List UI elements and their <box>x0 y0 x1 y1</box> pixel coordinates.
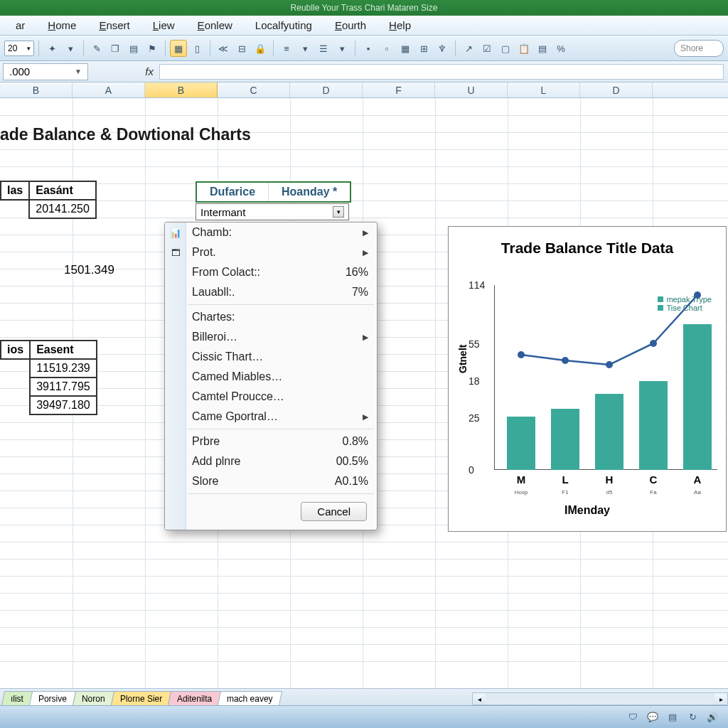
new-icon[interactable]: ✦ <box>43 40 60 57</box>
menu-eourth[interactable]: Eourth <box>323 19 378 31</box>
submenu-arrow-icon: ▶ <box>363 333 368 342</box>
menu-item-from-colact[interactable]: From Colact::16% <box>165 262 377 282</box>
col-header[interactable]: C <box>218 82 290 97</box>
tray-chat-icon[interactable]: 💬 <box>646 710 660 724</box>
search-input[interactable]: Shore <box>674 40 724 57</box>
dropdown-header-left: Dufarice <box>197 183 269 201</box>
cancel-button[interactable]: Cancel <box>301 502 367 521</box>
col-header[interactable]: U <box>435 82 508 97</box>
table-2: iosEasent 11519.239 39117.795 39497.180 <box>0 340 97 415</box>
table-cell[interactable]: 11519.239 <box>30 359 97 378</box>
chevron-down-icon[interactable]: ▼ <box>75 68 82 75</box>
horizontal-scrollbar[interactable]: ◂ ▸ <box>472 692 728 705</box>
align-left-icon[interactable]: ≡ <box>278 40 295 57</box>
grid-icon[interactable]: ▦ <box>397 40 414 57</box>
rect-icon[interactable]: ▪ <box>360 40 377 57</box>
inbox-icon[interactable]: ⊟ <box>233 40 250 57</box>
tray-shield-icon[interactable]: 🛡 <box>626 710 640 724</box>
sheet-tab[interactable]: Aditenilta <box>168 691 222 706</box>
toolbar-separator <box>210 41 210 56</box>
col-header[interactable]: A <box>73 82 145 97</box>
chart[interactable]: Trade Balance Title Data Gtnelt mepak Tr… <box>448 226 727 532</box>
sheet-tabs: ılist Porsive Noron Plorne Sier Aditenil… <box>0 688 728 705</box>
table-cell[interactable]: 20141.250 <box>29 200 96 218</box>
col-header[interactable]: D <box>290 82 363 97</box>
box-icon[interactable]: ▢ <box>497 40 514 57</box>
name-box[interactable]: .000▼ <box>3 63 88 80</box>
checklist-icon[interactable]: ☑ <box>478 40 496 57</box>
menu-ar[interactable]: ar <box>4 19 36 31</box>
sheet-tab[interactable]: Porsive <box>29 691 76 706</box>
menu-view[interactable]: Liew <box>141 19 186 31</box>
menu-item-slore[interactable]: SloreA0.1% <box>165 471 377 491</box>
menu-item-lauabll[interactable]: Lauabll:.7% <box>165 282 377 302</box>
chart-title: Trade Balance Title Data <box>449 227 726 264</box>
dropdown-icon[interactable]: ▾ <box>62 40 79 57</box>
clipboard-icon[interactable]: 📋 <box>515 40 532 57</box>
loose-value[interactable]: 1501.349 <box>64 263 114 277</box>
layers-icon[interactable]: ❐ <box>107 40 124 57</box>
x-tick: H <box>595 473 623 486</box>
page-icon[interactable]: ▯ <box>188 40 205 57</box>
menu-eonlew[interactable]: Eonlew <box>186 19 244 31</box>
menu-item-came-gportral[interactable]: Came Gportral…▶ <box>165 407 377 427</box>
sheet-tab[interactable]: ılist <box>1 691 33 706</box>
menu-item-chamb[interactable]: 📊Chamb:▶ <box>165 223 377 242</box>
menu-item-camtel-proucce[interactable]: Camtel Proucce… <box>165 387 377 407</box>
font-size-combo[interactable]: 20▾ <box>4 41 34 56</box>
menu-item-billeroi[interactable]: Billeroi…▶ <box>165 327 377 347</box>
fx-label: fx <box>88 65 159 77</box>
formula-bar[interactable] <box>159 64 724 80</box>
tray-volume-icon[interactable]: 🔊 <box>705 710 719 724</box>
spreadsheet-grid[interactable]: ade Balance & Dowtional Charts lasEasánt… <box>0 98 728 688</box>
col-header[interactable]: L <box>508 82 580 97</box>
menu-item-cissic-thart[interactable]: Cissic Thart… <box>165 347 377 367</box>
menu-item-camed-miables[interactable]: Camed Miables… <box>165 367 377 387</box>
menu-localfyuting[interactable]: Localfyuting <box>244 19 323 31</box>
toolbar-separator <box>273 41 274 56</box>
dropdown-button-icon[interactable]: ▾ <box>333 206 344 218</box>
page-title: ade Balance & Dowtional Charts <box>0 125 251 144</box>
sitemap-icon[interactable]: ♆ <box>434 40 451 57</box>
sort-asc-icon[interactable]: ↗ <box>460 40 477 57</box>
menu-help[interactable]: Help <box>378 19 422 31</box>
document-icon[interactable]: ▤ <box>125 40 142 57</box>
menu-item-prbre[interactable]: Prbre0.8% <box>165 432 377 451</box>
active-cell-dropdown[interactable]: Intermant ▾ <box>196 203 349 220</box>
highlight-icon[interactable]: ▦ <box>170 40 187 57</box>
col-header-selected[interactable]: B <box>145 82 218 97</box>
align-dropdown-icon[interactable]: ▾ <box>296 40 314 57</box>
panel-icon[interactable]: ▫ <box>378 40 395 57</box>
tray-page-icon[interactable]: ▤ <box>665 710 680 724</box>
share-icon[interactable]: ≪ <box>215 40 232 57</box>
sheet-tab[interactable]: Noron <box>73 691 114 706</box>
col-header[interactable]: B <box>0 82 73 97</box>
percent-icon[interactable]: % <box>552 40 569 57</box>
menu-item-chartes[interactable]: Chartes: <box>165 307 377 327</box>
table-header: las <box>1 181 29 200</box>
window-icon[interactable]: ⊞ <box>415 40 432 57</box>
col-header[interactable]: D <box>580 82 653 97</box>
scroll-left-icon[interactable]: ◂ <box>473 693 486 705</box>
lock-icon[interactable]: 🔒 <box>252 40 269 57</box>
sheet-tab[interactable]: mach eavey <box>218 691 282 706</box>
brush-icon[interactable]: ✎ <box>88 40 105 57</box>
table-cell[interactable]: 39497.180 <box>30 396 97 414</box>
col-header[interactable]: F <box>363 82 435 97</box>
menu-item-add-plnre[interactable]: Add plnre00.5% <box>165 451 377 471</box>
flag-icon[interactable]: ⚑ <box>144 40 161 57</box>
menu-insert[interactable]: Ensert <box>87 19 141 31</box>
window-title: Reublle Your Trass Chari Mataren Size <box>291 3 438 13</box>
list-icon[interactable]: ☰ <box>315 40 332 57</box>
scroll-right-icon[interactable]: ▸ <box>714 693 727 705</box>
tray-refresh-icon[interactable]: ↻ <box>685 710 700 724</box>
sheet-tab[interactable]: Plorne Sier <box>110 691 171 706</box>
menu-item-prot[interactable]: 🗔Prot.▶ <box>165 242 377 262</box>
column-headers: B A B C D F U L D <box>0 82 728 98</box>
menu-home[interactable]: Home <box>36 19 87 31</box>
table-cell[interactable]: 39117.795 <box>30 378 97 396</box>
more-icon[interactable]: ▾ <box>333 40 350 57</box>
x-tick: M <box>507 473 535 486</box>
table-icon[interactable]: ▤ <box>534 40 551 57</box>
chart-line-series <box>494 285 707 392</box>
